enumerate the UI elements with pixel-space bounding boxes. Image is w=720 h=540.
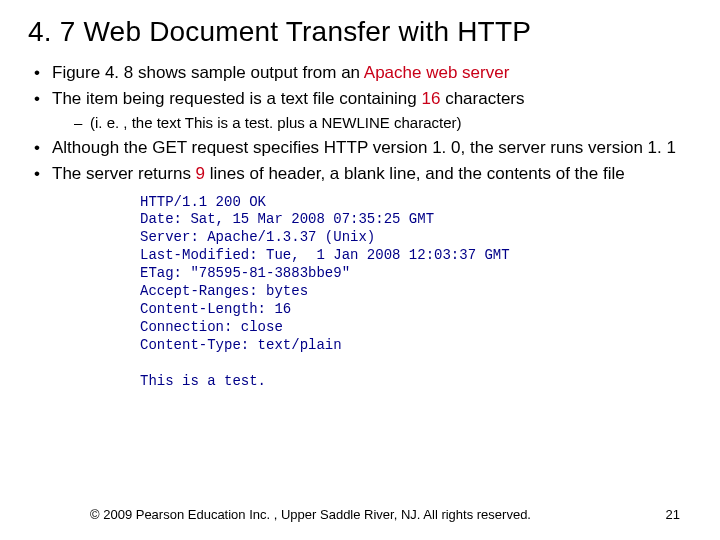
bullet-1: Figure 4. 8 shows sample output from an … [30,62,690,84]
bullet-2-red: 16 [422,89,441,108]
bullet-4: The server returns 9 lines of header, a … [30,163,690,185]
footer: © 2009 Pearson Education Inc. , Upper Sa… [0,507,720,522]
slide-title: 4. 7 Web Document Transfer with HTTP [0,0,720,58]
bullet-4-text-b: lines of header, a blank line, and the c… [205,164,625,183]
sub-bullet-1-text: (i. e. , the text This is a test. plus a… [90,114,462,131]
bullet-2-text-a: The item being requested is a text file … [52,89,422,108]
bullet-4-text-a: The server returns [52,164,196,183]
page-number: 21 [666,507,680,522]
sub-bullet-1: (i. e. , the text This is a test. plus a… [72,113,690,133]
bullet-list: Figure 4. 8 shows sample output from an … [30,62,690,186]
http-response-code: HTTP/1.1 200 OK Date: Sat, 15 Mar 2008 0… [140,194,690,391]
sub-bullet-list: (i. e. , the text This is a test. plus a… [52,113,690,133]
bullet-2: The item being requested is a text file … [30,88,690,132]
bullet-1-red: Apache web server [364,63,510,82]
bullet-4-red: 9 [196,164,205,183]
copyright-text: © 2009 Pearson Education Inc. , Upper Sa… [90,507,531,522]
bullet-3: Although the GET request specifies HTTP … [30,137,690,159]
slide-body: Figure 4. 8 shows sample output from an … [0,58,720,391]
bullet-2-text-b: characters [440,89,524,108]
slide: 4. 7 Web Document Transfer with HTTP Fig… [0,0,720,540]
bullet-3-text: Although the GET request specifies HTTP … [52,138,676,157]
bullet-1-text-a: Figure 4. 8 shows sample output from an [52,63,364,82]
